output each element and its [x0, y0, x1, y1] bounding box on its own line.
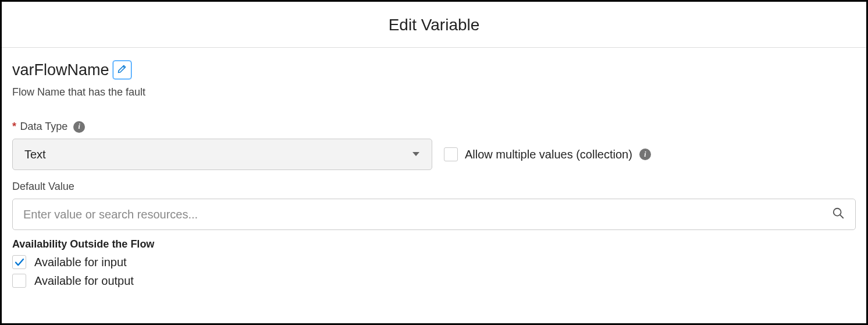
default-value-label: Default Value — [12, 181, 856, 193]
data-type-value: Text — [24, 148, 46, 161]
data-type-label: * Data Type — [12, 121, 67, 133]
required-indicator: * — [12, 121, 16, 132]
info-icon[interactable]: i — [639, 149, 651, 160]
pencil-icon — [118, 65, 126, 75]
data-type-row: Text Allow multiple values (collection) … — [12, 139, 856, 170]
available-input-label: Available for input — [34, 256, 127, 269]
info-icon[interactable]: i — [73, 121, 85, 133]
search-icon — [832, 207, 845, 222]
available-output-checkbox[interactable] — [12, 274, 26, 288]
default-value-input-wrapper — [12, 199, 856, 230]
allow-multiple-row: Allow multiple values (collection) i — [444, 147, 651, 161]
data-type-select[interactable]: Text — [12, 139, 432, 170]
dialog-content: varFlowName Flow Name that has the fault… — [2, 48, 866, 288]
allow-multiple-label: Allow multiple values (collection) — [465, 148, 632, 161]
default-value-input[interactable] — [23, 208, 832, 221]
chevron-down-icon — [412, 149, 420, 160]
dialog-header: Edit Variable — [2, 2, 866, 48]
allow-multiple-checkbox[interactable] — [444, 147, 458, 161]
available-input-checkbox[interactable] — [12, 255, 26, 269]
availability-section-title: Availability Outside the Flow — [12, 238, 856, 250]
dialog-title: Edit Variable — [2, 16, 866, 34]
variable-name: varFlowName — [12, 61, 109, 79]
available-input-row: Available for input — [12, 255, 856, 269]
edit-name-button[interactable] — [113, 61, 131, 79]
variable-name-row: varFlowName — [12, 61, 856, 79]
svg-line-1 — [840, 215, 843, 218]
data-type-label-row: * Data Type i — [12, 121, 856, 133]
available-output-row: Available for output — [12, 274, 856, 288]
variable-description: Flow Name that has the fault — [12, 86, 856, 98]
available-output-label: Available for output — [34, 274, 134, 288]
